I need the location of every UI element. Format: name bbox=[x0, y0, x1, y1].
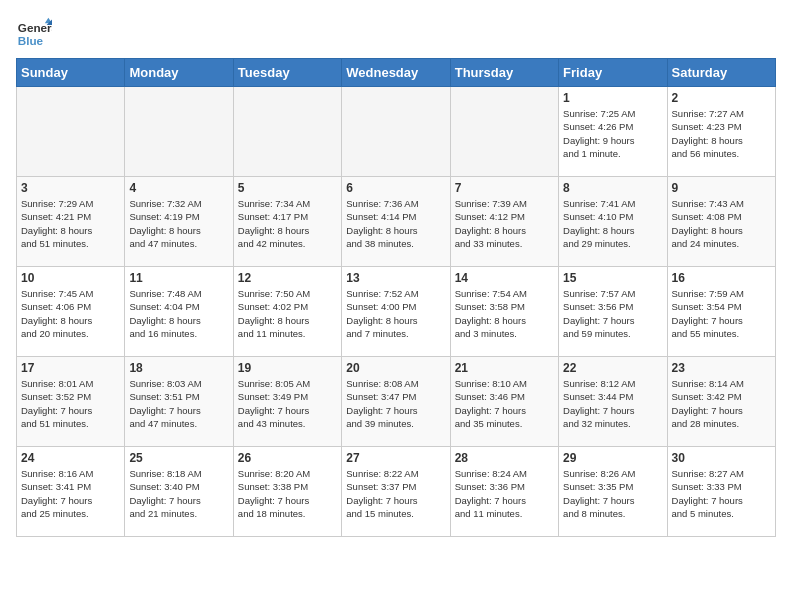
calendar-cell: 12Sunrise: 7:50 AM Sunset: 4:02 PM Dayli… bbox=[233, 267, 341, 357]
calendar-cell bbox=[125, 87, 233, 177]
day-info: Sunrise: 7:41 AM Sunset: 4:10 PM Dayligh… bbox=[563, 197, 662, 250]
day-info: Sunrise: 7:52 AM Sunset: 4:00 PM Dayligh… bbox=[346, 287, 445, 340]
day-info: Sunrise: 7:50 AM Sunset: 4:02 PM Dayligh… bbox=[238, 287, 337, 340]
calendar-cell: 9Sunrise: 7:43 AM Sunset: 4:08 PM Daylig… bbox=[667, 177, 775, 267]
day-number: 6 bbox=[346, 181, 445, 195]
day-info: Sunrise: 8:22 AM Sunset: 3:37 PM Dayligh… bbox=[346, 467, 445, 520]
calendar-cell: 28Sunrise: 8:24 AM Sunset: 3:36 PM Dayli… bbox=[450, 447, 558, 537]
day-info: Sunrise: 8:01 AM Sunset: 3:52 PM Dayligh… bbox=[21, 377, 120, 430]
day-number: 13 bbox=[346, 271, 445, 285]
day-info: Sunrise: 8:26 AM Sunset: 3:35 PM Dayligh… bbox=[563, 467, 662, 520]
calendar-cell: 20Sunrise: 8:08 AM Sunset: 3:47 PM Dayli… bbox=[342, 357, 450, 447]
page: General Blue SundayMondayTuesdayWednesda… bbox=[0, 0, 792, 547]
day-number: 8 bbox=[563, 181, 662, 195]
day-info: Sunrise: 7:34 AM Sunset: 4:17 PM Dayligh… bbox=[238, 197, 337, 250]
day-info: Sunrise: 7:36 AM Sunset: 4:14 PM Dayligh… bbox=[346, 197, 445, 250]
day-info: Sunrise: 7:48 AM Sunset: 4:04 PM Dayligh… bbox=[129, 287, 228, 340]
day-number: 19 bbox=[238, 361, 337, 375]
day-header-wednesday: Wednesday bbox=[342, 59, 450, 87]
calendar-week-5: 24Sunrise: 8:16 AM Sunset: 3:41 PM Dayli… bbox=[17, 447, 776, 537]
calendar-cell: 19Sunrise: 8:05 AM Sunset: 3:49 PM Dayli… bbox=[233, 357, 341, 447]
day-number: 26 bbox=[238, 451, 337, 465]
day-info: Sunrise: 7:25 AM Sunset: 4:26 PM Dayligh… bbox=[563, 107, 662, 160]
day-info: Sunrise: 7:27 AM Sunset: 4:23 PM Dayligh… bbox=[672, 107, 771, 160]
day-info: Sunrise: 8:05 AM Sunset: 3:49 PM Dayligh… bbox=[238, 377, 337, 430]
calendar-cell: 16Sunrise: 7:59 AM Sunset: 3:54 PM Dayli… bbox=[667, 267, 775, 357]
calendar-week-3: 10Sunrise: 7:45 AM Sunset: 4:06 PM Dayli… bbox=[17, 267, 776, 357]
day-info: Sunrise: 8:16 AM Sunset: 3:41 PM Dayligh… bbox=[21, 467, 120, 520]
day-number: 17 bbox=[21, 361, 120, 375]
header: General Blue bbox=[16, 16, 776, 52]
day-info: Sunrise: 7:43 AM Sunset: 4:08 PM Dayligh… bbox=[672, 197, 771, 250]
day-info: Sunrise: 7:29 AM Sunset: 4:21 PM Dayligh… bbox=[21, 197, 120, 250]
day-number: 12 bbox=[238, 271, 337, 285]
calendar-cell: 6Sunrise: 7:36 AM Sunset: 4:14 PM Daylig… bbox=[342, 177, 450, 267]
calendar-cell bbox=[450, 87, 558, 177]
calendar-cell: 21Sunrise: 8:10 AM Sunset: 3:46 PM Dayli… bbox=[450, 357, 558, 447]
calendar-cell: 30Sunrise: 8:27 AM Sunset: 3:33 PM Dayli… bbox=[667, 447, 775, 537]
day-info: Sunrise: 8:24 AM Sunset: 3:36 PM Dayligh… bbox=[455, 467, 554, 520]
calendar-cell: 22Sunrise: 8:12 AM Sunset: 3:44 PM Dayli… bbox=[559, 357, 667, 447]
calendar-cell: 11Sunrise: 7:48 AM Sunset: 4:04 PM Dayli… bbox=[125, 267, 233, 357]
calendar-cell: 3Sunrise: 7:29 AM Sunset: 4:21 PM Daylig… bbox=[17, 177, 125, 267]
logo: General Blue bbox=[16, 16, 52, 52]
calendar-cell: 24Sunrise: 8:16 AM Sunset: 3:41 PM Dayli… bbox=[17, 447, 125, 537]
day-header-monday: Monday bbox=[125, 59, 233, 87]
calendar-week-2: 3Sunrise: 7:29 AM Sunset: 4:21 PM Daylig… bbox=[17, 177, 776, 267]
day-number: 27 bbox=[346, 451, 445, 465]
day-number: 5 bbox=[238, 181, 337, 195]
calendar-cell: 13Sunrise: 7:52 AM Sunset: 4:00 PM Dayli… bbox=[342, 267, 450, 357]
day-info: Sunrise: 7:57 AM Sunset: 3:56 PM Dayligh… bbox=[563, 287, 662, 340]
calendar-cell: 18Sunrise: 8:03 AM Sunset: 3:51 PM Dayli… bbox=[125, 357, 233, 447]
calendar-cell: 25Sunrise: 8:18 AM Sunset: 3:40 PM Dayli… bbox=[125, 447, 233, 537]
day-number: 20 bbox=[346, 361, 445, 375]
calendar-header-row: SundayMondayTuesdayWednesdayThursdayFrid… bbox=[17, 59, 776, 87]
calendar-cell: 4Sunrise: 7:32 AM Sunset: 4:19 PM Daylig… bbox=[125, 177, 233, 267]
day-number: 24 bbox=[21, 451, 120, 465]
calendar-cell: 15Sunrise: 7:57 AM Sunset: 3:56 PM Dayli… bbox=[559, 267, 667, 357]
day-info: Sunrise: 8:12 AM Sunset: 3:44 PM Dayligh… bbox=[563, 377, 662, 430]
calendar-week-4: 17Sunrise: 8:01 AM Sunset: 3:52 PM Dayli… bbox=[17, 357, 776, 447]
calendar-cell: 14Sunrise: 7:54 AM Sunset: 3:58 PM Dayli… bbox=[450, 267, 558, 357]
logo-icon: General Blue bbox=[16, 16, 52, 52]
day-number: 2 bbox=[672, 91, 771, 105]
calendar-cell: 8Sunrise: 7:41 AM Sunset: 4:10 PM Daylig… bbox=[559, 177, 667, 267]
day-number: 9 bbox=[672, 181, 771, 195]
calendar-cell: 23Sunrise: 8:14 AM Sunset: 3:42 PM Dayli… bbox=[667, 357, 775, 447]
svg-text:Blue: Blue bbox=[18, 34, 44, 47]
day-info: Sunrise: 8:14 AM Sunset: 3:42 PM Dayligh… bbox=[672, 377, 771, 430]
day-number: 7 bbox=[455, 181, 554, 195]
day-info: Sunrise: 7:59 AM Sunset: 3:54 PM Dayligh… bbox=[672, 287, 771, 340]
day-info: Sunrise: 8:10 AM Sunset: 3:46 PM Dayligh… bbox=[455, 377, 554, 430]
day-number: 25 bbox=[129, 451, 228, 465]
calendar-cell: 7Sunrise: 7:39 AM Sunset: 4:12 PM Daylig… bbox=[450, 177, 558, 267]
day-number: 18 bbox=[129, 361, 228, 375]
day-info: Sunrise: 8:03 AM Sunset: 3:51 PM Dayligh… bbox=[129, 377, 228, 430]
calendar-cell: 29Sunrise: 8:26 AM Sunset: 3:35 PM Dayli… bbox=[559, 447, 667, 537]
day-header-tuesday: Tuesday bbox=[233, 59, 341, 87]
day-header-saturday: Saturday bbox=[667, 59, 775, 87]
day-info: Sunrise: 8:27 AM Sunset: 3:33 PM Dayligh… bbox=[672, 467, 771, 520]
day-info: Sunrise: 7:54 AM Sunset: 3:58 PM Dayligh… bbox=[455, 287, 554, 340]
day-number: 11 bbox=[129, 271, 228, 285]
calendar-cell: 1Sunrise: 7:25 AM Sunset: 4:26 PM Daylig… bbox=[559, 87, 667, 177]
day-header-thursday: Thursday bbox=[450, 59, 558, 87]
day-number: 21 bbox=[455, 361, 554, 375]
calendar-cell: 17Sunrise: 8:01 AM Sunset: 3:52 PM Dayli… bbox=[17, 357, 125, 447]
day-info: Sunrise: 7:32 AM Sunset: 4:19 PM Dayligh… bbox=[129, 197, 228, 250]
day-number: 10 bbox=[21, 271, 120, 285]
calendar-cell: 10Sunrise: 7:45 AM Sunset: 4:06 PM Dayli… bbox=[17, 267, 125, 357]
day-info: Sunrise: 8:08 AM Sunset: 3:47 PM Dayligh… bbox=[346, 377, 445, 430]
day-number: 16 bbox=[672, 271, 771, 285]
day-number: 1 bbox=[563, 91, 662, 105]
day-number: 22 bbox=[563, 361, 662, 375]
day-number: 14 bbox=[455, 271, 554, 285]
day-number: 29 bbox=[563, 451, 662, 465]
calendar-cell: 27Sunrise: 8:22 AM Sunset: 3:37 PM Dayli… bbox=[342, 447, 450, 537]
day-number: 30 bbox=[672, 451, 771, 465]
day-info: Sunrise: 7:39 AM Sunset: 4:12 PM Dayligh… bbox=[455, 197, 554, 250]
calendar-cell bbox=[342, 87, 450, 177]
day-number: 4 bbox=[129, 181, 228, 195]
day-number: 3 bbox=[21, 181, 120, 195]
calendar-cell: 5Sunrise: 7:34 AM Sunset: 4:17 PM Daylig… bbox=[233, 177, 341, 267]
